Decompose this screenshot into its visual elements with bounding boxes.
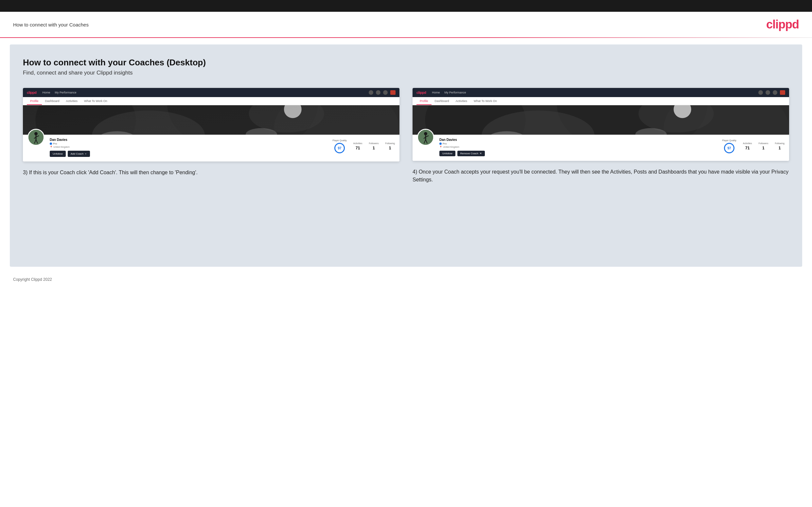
left-player-quality: Player Quality 97 [333,139,347,153]
left-avatar-inner [29,130,44,145]
right-unfollow-button[interactable]: Unfollow [439,151,455,156]
left-mock-nav-links: Home My Performance [42,91,76,94]
right-tab-dashboard[interactable]: Dashboard [432,97,452,105]
right-following-label: Following [775,142,784,145]
left-add-icon: ＋ [85,152,87,156]
header: How to connect with your Coaches clippd [0,12,812,37]
left-followers-stat: Followers 1 [369,142,378,150]
right-bell-icon [773,90,777,95]
right-mock-stats: Player Quality 97 Activities 71 Follower… [722,138,784,153]
left-unfollow-button[interactable]: Unfollow [50,151,66,157]
right-remove-coach-button[interactable]: Remove Coach ✕ [457,151,485,156]
right-tab-activities[interactable]: Activities [452,97,471,105]
right-screenshot: clippd Home My Performance Profile [413,88,789,161]
right-buttons: Unfollow Remove Coach ✕ [439,151,717,156]
left-activities-label: Activities [353,142,362,145]
right-mock-nav-links: Home My Performance [432,91,466,94]
top-bar [0,0,812,12]
right-search-icon [758,90,763,95]
right-location: 📍 United Kingdom [439,146,717,149]
left-search-icon [369,90,373,95]
right-player-quality: Player Quality 97 [722,139,737,153]
right-quality-value: 97 [724,143,734,153]
right-tab-whats-to-work-on[interactable]: What To Work On [470,97,500,105]
right-following-value: 1 [775,146,784,150]
left-screenshot: clippd Home My Performance Profile [23,88,399,162]
right-quality-label: Player Quality [722,139,737,142]
left-followers-label: Followers [369,142,378,145]
left-bell-icon [383,90,388,95]
right-followers-value: 1 [758,146,768,150]
left-mock-logo: clippd [27,91,36,95]
right-pro-label: Pro [443,142,447,145]
right-followers-stat: Followers 1 [758,142,768,150]
right-pro-badge: Pro [439,142,717,145]
left-description: 3) If this is your Coach click 'Add Coac… [23,169,399,176]
header-divider [0,37,812,38]
left-followers-value: 1 [369,146,378,150]
left-activities-value: 71 [353,146,362,150]
right-followers-label: Followers [758,142,768,145]
left-location: 📍 United Kingdom [50,146,327,149]
left-tab-dashboard[interactable]: Dashboard [42,97,63,105]
svg-point-27 [424,132,427,135]
right-profile-info: Dan Davies Pro 📍 United Kingdom Unfollow… [439,138,717,156]
right-mock-nav-icons [758,90,785,95]
right-activities-label: Activities [743,142,752,145]
left-following-value: 1 [385,146,395,150]
right-description: 4) Once your Coach accepts your request … [413,168,789,184]
left-tab-profile[interactable]: Profile [27,97,42,105]
left-quality-value: 97 [334,143,345,153]
left-mock-stats: Player Quality 97 Activities 71 Follower… [333,138,395,153]
right-nav-home: Home [432,91,440,94]
right-mock-banner [413,105,789,135]
left-profile-info: Dan Davies Pro 📍 United Kingdom Unfollow… [50,138,327,157]
right-following-stat: Following 1 [775,142,784,150]
left-following-label: Following [385,142,395,145]
right-activities-stat: Activities 71 [743,142,752,150]
columns: clippd Home My Performance Profile [23,88,789,184]
right-tab-profile[interactable]: Profile [416,97,432,105]
left-mock-nav-icons [369,90,396,95]
left-tab-activities[interactable]: Activities [63,97,81,105]
left-mock-nav: clippd Home My Performance [23,88,399,97]
main-title: How to connect with your Coaches (Deskto… [23,58,789,68]
main-subtitle: Find, connect and share your Clippd insi… [23,70,789,76]
footer: Copyright Clippd 2022 [0,273,812,286]
svg-point-11 [34,132,38,135]
left-buttons: Unfollow Add Coach ＋ [50,151,327,157]
left-pro-badge: Pro [50,142,327,145]
left-column: clippd Home My Performance Profile [23,88,399,184]
right-avatar [417,129,434,146]
left-activities-stat: Activities 71 [353,142,362,150]
right-mock-tabs: Profile Dashboard Activities What To Wor… [413,97,789,105]
left-mock-tabs: Profile Dashboard Activities What To Wor… [23,97,399,105]
left-pro-label: Pro [53,142,57,145]
right-close-icon: ✕ [479,152,482,155]
svg-rect-9 [23,105,399,135]
left-quality-label: Player Quality [333,139,347,142]
right-profile-section: Dan Davies Pro 📍 United Kingdom Unfollow… [413,135,789,161]
right-profile-name: Dan Davies [439,138,717,142]
copyright-text: Copyright Clippd 2022 [13,277,52,282]
left-flag-icon [390,90,396,95]
header-title: How to connect with your Coaches [13,22,89,27]
left-mock-banner [23,105,399,135]
right-avatar-inner [418,130,433,145]
left-user-icon [376,90,380,95]
left-profile-name: Dan Davies [50,138,327,142]
right-activities-value: 71 [743,146,752,150]
left-tab-whats-to-work-on[interactable]: What To Work On [81,97,111,105]
left-add-coach-button[interactable]: Add Coach ＋ [68,151,90,157]
left-pro-dot [50,143,52,145]
main-content: How to connect with your Coaches (Deskto… [10,45,802,267]
right-mock-nav: clippd Home My Performance [413,88,789,97]
right-column: clippd Home My Performance Profile [413,88,789,184]
right-user-icon [766,90,770,95]
right-flag-icon [780,90,785,95]
left-nav-home: Home [42,91,50,94]
left-avatar [28,129,45,146]
left-following-stat: Following 1 [385,142,395,150]
clippd-logo: clippd [766,18,799,32]
left-profile-section: Dan Davies Pro 📍 United Kingdom Unfollow… [23,135,399,162]
